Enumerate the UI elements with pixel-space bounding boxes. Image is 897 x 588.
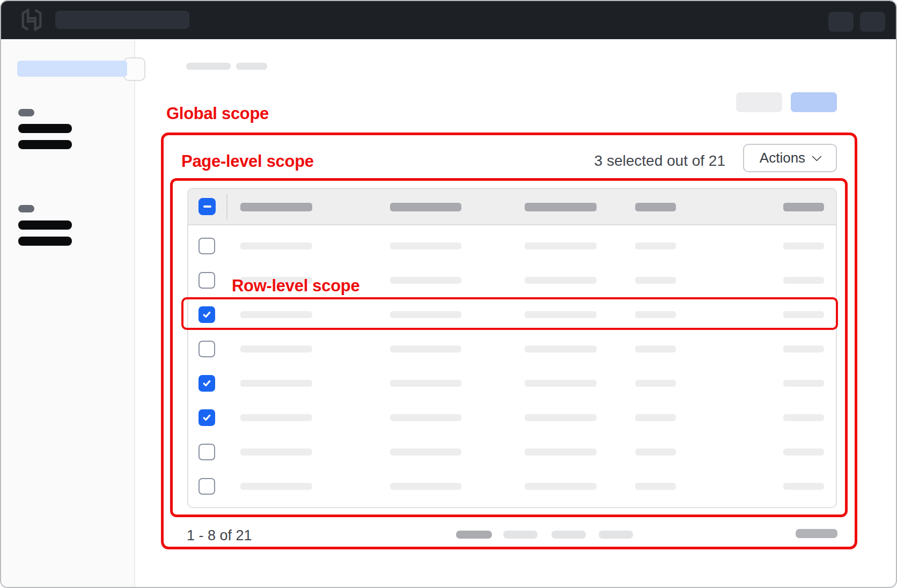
cell-placeholder xyxy=(525,242,597,249)
table-row-6 xyxy=(188,401,836,435)
cell-placeholder xyxy=(783,346,824,352)
cell-placeholder xyxy=(783,483,824,490)
row-checkbox[interactable] xyxy=(198,306,215,323)
cell-placeholder xyxy=(390,380,461,387)
header-divider xyxy=(226,194,227,219)
actions-button[interactable]: Actions xyxy=(743,144,837,172)
check-icon xyxy=(202,413,211,422)
column-header-placeholder xyxy=(525,203,597,211)
top-navbar xyxy=(1,1,896,39)
row-checkbox[interactable] xyxy=(198,409,215,426)
cell-placeholder xyxy=(525,380,597,387)
cell-placeholder xyxy=(240,242,312,249)
cell-placeholder xyxy=(240,311,312,318)
page-size-selector[interactable] xyxy=(456,531,492,539)
column-header-placeholder xyxy=(783,203,824,211)
breadcrumb-item[interactable] xyxy=(236,63,267,70)
select-all-checkbox[interactable] xyxy=(198,198,216,215)
table-row-4 xyxy=(188,332,836,366)
data-table xyxy=(187,188,837,508)
sidebar-item-selected[interactable] xyxy=(17,61,127,77)
cell-placeholder xyxy=(783,311,824,318)
table-row-7 xyxy=(188,435,836,469)
pagination-control[interactable] xyxy=(599,531,633,539)
table-row-3 xyxy=(188,298,836,332)
breadcrumb-item[interactable] xyxy=(186,63,231,70)
pagination-summary: 1 - 8 of 21 xyxy=(187,527,252,544)
cell-placeholder xyxy=(240,483,312,490)
table-row-5 xyxy=(188,366,836,401)
cell-placeholder xyxy=(390,483,461,490)
row-checkbox[interactable] xyxy=(198,478,215,495)
row-checkbox[interactable] xyxy=(198,272,215,289)
cell-placeholder xyxy=(635,483,676,490)
selection-status: 3 selected out of 21 xyxy=(564,152,725,170)
cell-placeholder xyxy=(390,346,461,352)
cell-placeholder xyxy=(240,380,312,387)
row-checkbox[interactable] xyxy=(198,341,215,357)
sidebar-item[interactable] xyxy=(18,220,72,230)
pagination-control[interactable] xyxy=(552,531,586,539)
cell-placeholder xyxy=(390,242,461,249)
table-row-1 xyxy=(188,229,836,263)
cell-placeholder xyxy=(525,277,597,284)
cell-placeholder xyxy=(635,277,676,284)
cell-placeholder xyxy=(525,311,597,318)
table-header-row xyxy=(188,189,836,225)
table-row-8 xyxy=(188,469,836,504)
cell-placeholder xyxy=(525,346,597,352)
cell-placeholder xyxy=(635,449,676,455)
row-checkbox[interactable] xyxy=(198,238,215,254)
navbar-user-menu-button[interactable] xyxy=(860,12,885,32)
cell-placeholder xyxy=(390,277,461,284)
secondary-action-button[interactable] xyxy=(736,92,782,112)
cell-placeholder xyxy=(240,346,312,352)
global-search-input[interactable] xyxy=(55,11,189,29)
check-icon xyxy=(202,310,211,319)
cell-placeholder xyxy=(783,277,824,284)
page-level-scope-label: Page-level scope xyxy=(181,152,314,171)
cell-placeholder xyxy=(635,380,676,387)
cell-placeholder xyxy=(635,346,676,352)
row-checkbox[interactable] xyxy=(198,375,215,392)
actions-button-label: Actions xyxy=(760,150,805,166)
indeterminate-dash-icon xyxy=(203,205,211,208)
primary-action-button[interactable] xyxy=(791,92,837,112)
cell-placeholder xyxy=(783,242,824,249)
cell-placeholder xyxy=(240,414,312,421)
cell-placeholder xyxy=(525,449,597,455)
global-scope-label: Global scope xyxy=(166,104,269,123)
navbar-help-button[interactable] xyxy=(828,12,854,32)
sidebar xyxy=(1,39,135,588)
check-icon xyxy=(202,379,211,388)
sidebar-section-1-heading xyxy=(18,109,34,116)
cell-placeholder xyxy=(390,449,461,455)
cell-placeholder xyxy=(635,242,676,249)
sidebar-section-2-heading xyxy=(18,205,34,212)
row-checkbox[interactable] xyxy=(198,444,215,460)
cell-placeholder xyxy=(525,414,597,421)
hashicorp-logo-icon xyxy=(19,8,44,32)
chevron-down-icon xyxy=(812,151,821,161)
cell-placeholder xyxy=(635,414,676,421)
cell-placeholder xyxy=(783,414,824,421)
sidebar-item[interactable] xyxy=(18,237,72,246)
column-header-placeholder xyxy=(390,203,461,211)
column-header-placeholder xyxy=(240,203,312,211)
cell-placeholder xyxy=(635,311,676,318)
cell-placeholder xyxy=(525,483,597,490)
table-body xyxy=(188,225,836,504)
row-level-scope-label: Row-level scope xyxy=(232,276,359,296)
pagination-control[interactable] xyxy=(503,531,538,539)
pagination-next-control[interactable] xyxy=(796,529,837,538)
sidebar-item[interactable] xyxy=(18,124,72,133)
app-window: Global scope Page-level scope Row-level … xyxy=(0,0,897,588)
cell-placeholder xyxy=(390,311,461,318)
cell-placeholder xyxy=(390,414,461,421)
column-header-placeholder xyxy=(635,203,676,211)
cell-placeholder xyxy=(240,449,312,455)
cell-placeholder xyxy=(783,449,824,455)
sidebar-item[interactable] xyxy=(18,140,72,149)
cell-placeholder xyxy=(783,380,824,387)
